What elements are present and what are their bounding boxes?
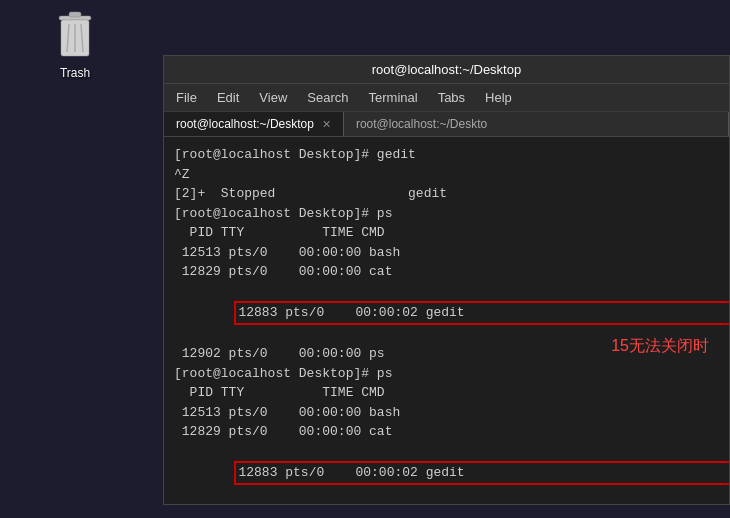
desktop: Trash root@localhost:~/Desktop File Edit… bbox=[0, 0, 730, 518]
tab-0-close[interactable]: ✕ bbox=[322, 118, 331, 131]
tab-0-label: root@localhost:~/Desktop bbox=[176, 117, 314, 131]
line-3: [root@localhost Desktop]# ps bbox=[174, 204, 719, 224]
menu-help[interactable]: Help bbox=[481, 88, 516, 107]
trash-label: Trash bbox=[60, 66, 90, 80]
menu-edit[interactable]: Edit bbox=[213, 88, 243, 107]
line-2: [2]+ Stopped gedit bbox=[174, 184, 719, 204]
tab-0[interactable]: root@localhost:~/Desktop ✕ bbox=[164, 112, 344, 136]
menu-search[interactable]: Search bbox=[303, 88, 352, 107]
line-7-highlighted: 12883 pts/0 00:00:02 gedit bbox=[174, 282, 719, 345]
menu-terminal[interactable]: Terminal bbox=[365, 88, 422, 107]
trash-svg bbox=[51, 10, 99, 62]
line-11: 12513 pts/0 00:00:00 bash bbox=[174, 403, 719, 423]
line-6: 12829 pts/0 00:00:00 cat bbox=[174, 262, 719, 282]
trash-icon[interactable]: Trash bbox=[35, 10, 115, 80]
terminal-title: root@localhost:~/Desktop bbox=[372, 62, 521, 77]
line-10: PID TTY TIME CMD bbox=[174, 383, 719, 403]
annotation-text: 15无法关闭时 bbox=[611, 336, 709, 357]
terminal-window: root@localhost:~/Desktop File Edit View … bbox=[163, 55, 730, 505]
tab-1-label: root@localhost:~/Deskto bbox=[356, 117, 487, 131]
line-9: [root@localhost Desktop]# ps bbox=[174, 364, 719, 384]
terminal-content[interactable]: [root@localhost Desktop]# gedit ^Z [2]+ … bbox=[164, 137, 729, 504]
menu-view[interactable]: View bbox=[255, 88, 291, 107]
svg-rect-1 bbox=[69, 12, 81, 17]
tab-bar: root@localhost:~/Desktop ✕ root@localhos… bbox=[164, 112, 729, 137]
title-bar: root@localhost:~/Desktop bbox=[164, 56, 729, 84]
line-13-highlighted: 12883 pts/0 00:00:02 gedit bbox=[174, 442, 719, 505]
tab-1[interactable]: root@localhost:~/Deskto bbox=[344, 112, 729, 136]
line-5: 12513 pts/0 00:00:00 bash bbox=[174, 243, 719, 263]
highlighted-gedit-row-2: 12883 pts/0 00:00:02 gedit bbox=[234, 461, 729, 485]
menu-tabs[interactable]: Tabs bbox=[434, 88, 469, 107]
line-1: ^Z bbox=[174, 165, 719, 185]
line-12: 12829 pts/0 00:00:00 cat bbox=[174, 422, 719, 442]
menu-file[interactable]: File bbox=[172, 88, 201, 107]
line-4: PID TTY TIME CMD bbox=[174, 223, 719, 243]
highlighted-gedit-row-1: 12883 pts/0 00:00:02 gedit bbox=[234, 301, 729, 325]
menu-bar: File Edit View Search Terminal Tabs Help bbox=[164, 84, 729, 112]
line-0: [root@localhost Desktop]# gedit bbox=[174, 145, 719, 165]
